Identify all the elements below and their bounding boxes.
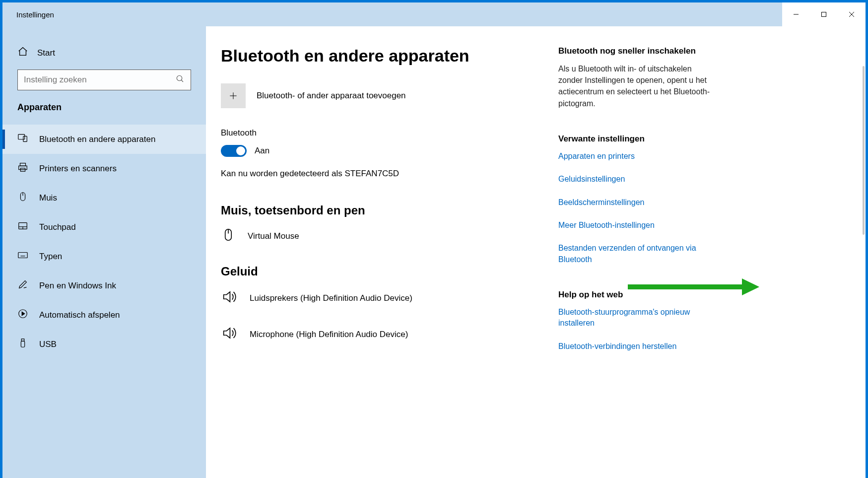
device-label: Microphone (High Definition Audio Device… [250, 330, 408, 340]
mouse-icon [221, 227, 236, 245]
bluetooth-state: Aan [255, 146, 269, 156]
titlebar: Instellingen [2, 2, 866, 26]
content-column: Bluetooth en andere apparaten Bluetooth-… [221, 46, 558, 478]
svg-rect-7 [23, 136, 27, 141]
svg-marker-23 [22, 312, 25, 315]
svg-line-5 [181, 80, 183, 82]
sidebar-item-label: Bluetooth en andere apparaten [39, 135, 155, 144]
close-button[interactable] [838, 2, 866, 26]
devices-icon [17, 133, 28, 146]
minimize-button[interactable] [782, 2, 810, 26]
svg-rect-25 [21, 341, 24, 347]
tip-heading: Bluetooth nog sneller inschakelen [558, 46, 717, 56]
svg-rect-6 [18, 135, 25, 139]
help-links: Bluetooth-stuurprogramma's opnieuw insta… [558, 307, 717, 352]
sidebar: Start Apparaten Bluetooth en andere appa… [2, 26, 206, 478]
device-label: Luidsprekers (High Definition Audio Devi… [250, 293, 412, 303]
autoplay-icon [17, 308, 28, 322]
search-box[interactable] [17, 69, 191, 90]
discoverable-text: Kan nu worden gedetecteerd als STEFAN7C5… [221, 169, 538, 179]
sidebar-item-label: Touchpad [39, 222, 76, 232]
sidebar-item-printers[interactable]: Printers en scanners [2, 154, 206, 183]
maximize-button[interactable] [810, 2, 838, 26]
usb-icon [17, 338, 28, 351]
svg-rect-8 [20, 163, 26, 166]
tip-body: Als u Bluetooth wilt in- of uitschakelen… [558, 63, 717, 109]
sidebar-item-bluetooth[interactable]: Bluetooth en andere apparaten [2, 125, 206, 154]
search-container [2, 69, 206, 102]
speaker-icon [221, 288, 238, 308]
related-links: Apparaten en printers Geluidsinstellinge… [558, 151, 717, 265]
sidebar-section-title: Apparaten [2, 102, 206, 125]
sidebar-item-label: Printers en scanners [39, 164, 117, 174]
sidebar-item-label: Pen en Windows Ink [39, 281, 116, 291]
printer-icon [17, 162, 28, 175]
keyboard-icon [17, 250, 28, 263]
svg-rect-24 [21, 339, 24, 341]
link-display-settings[interactable]: Beeldscherminstellingen [558, 197, 717, 208]
device-label: Virtual Mouse [248, 231, 299, 241]
help-heading: Help op het web [558, 290, 717, 300]
sidebar-item-pen[interactable]: Pen en Windows Ink [2, 271, 206, 300]
sidebar-item-label: Automatisch afspelen [39, 310, 120, 320]
pen-icon [17, 279, 28, 292]
sidebar-item-typing[interactable]: Typen [2, 242, 206, 271]
sidebar-item-label: Typen [39, 252, 62, 262]
link-sound-settings[interactable]: Geluidsinstellingen [558, 174, 717, 185]
home-label: Start [37, 48, 55, 58]
add-device-button[interactable]: Bluetooth- of ander apparaat toevoegen [221, 83, 538, 108]
touchpad-icon [17, 220, 28, 234]
aside-column: Bluetooth nog sneller inschakelen Als u … [558, 46, 717, 478]
link-send-receive-bluetooth[interactable]: Bestanden verzenden of ontvangen via Blu… [558, 243, 717, 265]
device-microphone[interactable]: Microphone (High Definition Audio Device… [221, 325, 538, 344]
bluetooth-label: Bluetooth [221, 128, 538, 138]
mouse-icon [17, 191, 28, 205]
svg-point-4 [177, 75, 182, 81]
window-title: Instellingen [16, 10, 54, 19]
svg-rect-1 [822, 12, 826, 17]
add-device-label: Bluetooth- of ander apparaat toevoegen [257, 91, 406, 101]
window-controls [782, 2, 866, 26]
link-reinstall-drivers[interactable]: Bluetooth-stuurprogramma's opnieuw insta… [558, 307, 717, 329]
plus-icon [221, 83, 246, 108]
page-title: Bluetooth en andere apparaten [221, 46, 538, 66]
svg-rect-16 [18, 253, 27, 258]
nav-list: Bluetooth en andere apparaten Printers e… [2, 125, 206, 359]
bluetooth-toggle-row: Aan [221, 145, 538, 157]
sidebar-item-label: USB [39, 340, 57, 349]
device-virtual-mouse[interactable]: Virtual Mouse [221, 227, 538, 245]
main-content: Bluetooth en andere apparaten Bluetooth-… [206, 26, 866, 478]
sound-section-heading: Geluid [221, 265, 538, 278]
device-speakers[interactable]: Luidsprekers (High Definition Audio Devi… [221, 288, 538, 308]
svg-rect-9 [19, 166, 27, 169]
home-icon [17, 46, 28, 60]
home-button[interactable]: Start [2, 41, 206, 69]
link-fix-connections[interactable]: Bluetooth-verbindingen herstellen [558, 341, 717, 352]
sidebar-item-mouse[interactable]: Muis [2, 183, 206, 212]
sidebar-item-usb[interactable]: USB [2, 330, 206, 359]
search-input[interactable] [24, 75, 176, 85]
speaker-icon [221, 325, 238, 344]
sidebar-item-autoplay[interactable]: Automatisch afspelen [2, 300, 206, 330]
link-more-bluetooth[interactable]: Meer Bluetooth-instellingen [558, 220, 717, 231]
search-icon [176, 74, 185, 85]
settings-window: Instellingen Start Apparaten [2, 2, 866, 478]
window-body: Start Apparaten Bluetooth en andere appa… [2, 26, 866, 478]
mouse-section-heading: Muis, toetsenbord en pen [221, 204, 538, 217]
bluetooth-toggle[interactable] [221, 145, 247, 157]
scrollbar[interactable] [863, 66, 865, 235]
link-devices-printers[interactable]: Apparaten en printers [558, 151, 717, 162]
related-heading: Verwante instellingen [558, 134, 717, 144]
sidebar-item-touchpad[interactable]: Touchpad [2, 212, 206, 242]
sidebar-item-label: Muis [39, 193, 57, 203]
svg-marker-31 [742, 278, 759, 295]
